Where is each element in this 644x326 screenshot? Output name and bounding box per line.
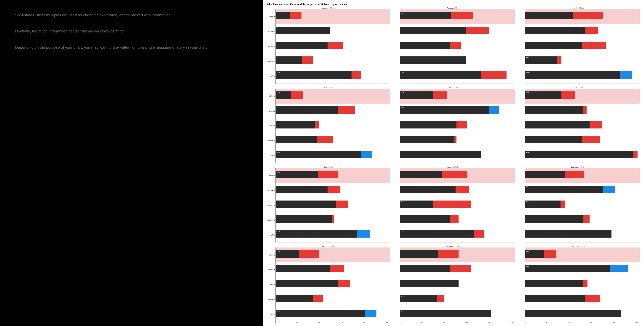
data-label: 3.5m <box>526 92 529 93</box>
bullet-item: •However, too much information can somet… <box>10 29 255 34</box>
y-tick-label: West <box>266 155 275 157</box>
x-tick-label: 10m <box>386 322 388 324</box>
y-tick-label: West <box>266 75 275 77</box>
data-label: 10.4m <box>526 151 530 153</box>
variance-marker <box>584 106 586 114</box>
bar-row: 4.1m <box>276 168 390 183</box>
bar-row <box>525 133 640 148</box>
variance-marker <box>582 136 600 143</box>
bar-row: 4.9m <box>400 9 515 24</box>
y-tick-label: Southeast <box>266 46 275 47</box>
plot-area: 8.6m3.4m <box>525 168 640 243</box>
data-label: 9.1m <box>276 231 280 232</box>
chart-cell: February : 32.5m4.9m7.8m <box>391 7 516 86</box>
x-tick-label: 6m <box>466 322 468 324</box>
bar-row: 8.6m <box>525 183 640 198</box>
actual-bar <box>400 186 456 193</box>
plot: 3.1m9.5m <box>391 89 516 165</box>
bar-row <box>276 39 390 54</box>
actual-bar <box>525 42 582 49</box>
bullet-dot-icon: • <box>10 45 12 50</box>
bar-row <box>276 104 390 118</box>
bar-row <box>525 9 640 24</box>
bar-row <box>400 277 515 292</box>
variance-marker <box>328 186 340 193</box>
variance-marker <box>317 136 333 143</box>
actual-bar <box>276 230 370 238</box>
variance-marker <box>361 151 372 158</box>
data-label: 3.1m <box>401 201 404 203</box>
y-axis-labels: MidwestNortheastSoutheastSouthwestWest <box>266 89 276 163</box>
x-tick-label: 2m <box>420 322 422 324</box>
x-tick-label: 4m <box>443 322 445 324</box>
actual-bar <box>276 151 372 158</box>
slide: •Sometimes, small multiples are used as … <box>0 0 644 326</box>
variance-marker <box>451 12 473 19</box>
actual-bar <box>400 295 437 302</box>
cell-title: April : 28.5m <box>266 87 391 88</box>
y-tick-label: Southwest <box>266 140 275 142</box>
x-tick-label: 6m <box>341 322 343 324</box>
bar-row <box>276 262 390 277</box>
x-axis: 02m4m6m8m10m <box>525 322 640 324</box>
chart-panel: Sales have consistently missed the targe… <box>263 0 644 326</box>
variance-marker <box>450 265 471 272</box>
actual-bar <box>276 295 313 302</box>
variance-marker <box>560 200 564 208</box>
data-label: 4.9m <box>401 13 404 14</box>
bar-row <box>400 247 515 262</box>
x-tick-label: 8m <box>363 322 366 324</box>
x-tick-label: 0 <box>400 322 401 324</box>
actual-bar <box>525 200 560 208</box>
y-tick-label: Southwest <box>266 61 275 62</box>
variance-marker <box>302 56 313 64</box>
data-label: 7.1m <box>401 231 404 232</box>
chart-cell: October : 31.4mMidwestNortheastSoutheast… <box>266 245 391 325</box>
actual-bar <box>276 310 376 317</box>
y-tick-label: West <box>266 234 275 236</box>
data-label: 9.9m <box>526 266 529 267</box>
variance-marker <box>357 230 370 238</box>
variance-marker <box>573 12 603 19</box>
actual-bar <box>276 27 330 34</box>
bar-row: 3.5m <box>525 89 640 104</box>
plot: 1.8m9.9m02m4m6m8m10m <box>516 247 640 324</box>
bullet-item: •Depending on the purpose of your chart,… <box>10 45 255 50</box>
bullet-dot-icon: • <box>10 29 12 33</box>
cell-title: February : 32.5m <box>391 7 516 9</box>
variance-marker <box>584 280 588 287</box>
variance-marker <box>437 295 444 302</box>
x-tick-label: 4m <box>318 322 320 324</box>
small-multiples-grid: January : 22.0mMidwestNortheastSoutheast… <box>266 7 640 325</box>
chart-cell: June : 31.8m3.5m10.4m <box>516 86 640 166</box>
y-axis-labels: MidwestNortheastSoutheastSouthwestWest <box>266 9 276 84</box>
bar-row <box>525 168 640 183</box>
actual-bar <box>400 215 450 223</box>
bar-row: 9.1m <box>276 227 390 242</box>
cell-title: August : 25.2m <box>391 166 516 168</box>
variance-marker <box>291 91 303 99</box>
actual-bar <box>400 56 466 64</box>
variance-marker <box>603 186 615 193</box>
chart-cell: November : 28.2m3.5m8.7m02m4m6m8m10m <box>391 245 516 325</box>
data-label: 2.3m <box>276 251 280 252</box>
variance-marker <box>318 171 338 178</box>
cell-title: May : 31.0m <box>391 87 516 88</box>
plot: 3.1m10.3m <box>516 9 640 86</box>
actual-bar <box>400 42 450 49</box>
chart-cell: September : 29.7m8.6m3.4m <box>516 166 640 245</box>
cell-title: June : 31.8m <box>516 87 640 88</box>
x-tick-label: 6m <box>590 322 592 324</box>
variance-marker <box>586 27 598 34</box>
actual-bar <box>276 200 336 208</box>
actual-bar <box>276 215 332 223</box>
bar-row <box>276 277 390 292</box>
variance-marker <box>562 91 575 99</box>
bar-row <box>525 213 640 227</box>
bar-row <box>525 24 640 39</box>
bar-row <box>276 133 390 148</box>
bar-row: 2.3m <box>276 247 390 262</box>
cell-title: October : 31.4m <box>266 245 391 247</box>
bar-row <box>400 54 515 69</box>
x-tick-label: 2m <box>296 322 298 324</box>
